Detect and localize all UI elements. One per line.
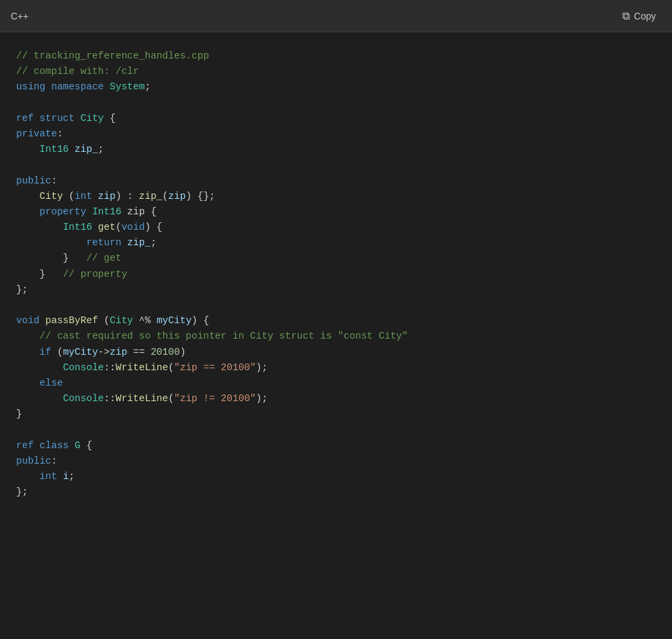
code-line: ref struct City { <box>16 111 656 126</box>
code-line: property Int16 zip { <box>16 204 656 220</box>
code-line: if (myCity->zip == 20100) <box>16 345 656 360</box>
code-line <box>16 95 656 111</box>
code-line: }; <box>16 282 656 298</box>
copy-icon: ⧉ <box>622 10 630 22</box>
code-line: // tracking_reference_handles.cpp <box>16 48 656 64</box>
code-line <box>16 157 656 173</box>
code-line: } <box>16 407 656 422</box>
code-line: Int16 get(void) { <box>16 220 656 235</box>
code-line: int i; <box>16 469 656 484</box>
code-line: public: <box>16 173 656 189</box>
code-line: ref class G { <box>16 438 656 454</box>
copy-label: Copy <box>634 11 656 22</box>
code-line: private: <box>16 126 656 142</box>
code-line: public: <box>16 454 656 469</box>
code-line: } // property <box>16 267 656 282</box>
code-line: else <box>16 376 656 391</box>
code-line <box>16 423 656 438</box>
code-line: Console::WriteLine("zip == 20100"); <box>16 360 656 376</box>
code-line <box>16 298 656 313</box>
code-line: // cast required so this pointer in City… <box>16 329 656 344</box>
code-line: Int16 zip_; <box>16 142 656 157</box>
code-block: // tracking_reference_handles.cpp // com… <box>0 32 672 516</box>
code-line: // compile with: /clr <box>16 64 656 79</box>
code-line: } // get <box>16 251 656 266</box>
code-line: }; <box>16 484 656 500</box>
code-line: using namespace System; <box>16 79 656 95</box>
language-label: C++ <box>11 11 28 22</box>
code-line: Console::WriteLine("zip != 20100"); <box>16 391 656 407</box>
copy-button[interactable]: ⧉ Copy <box>617 7 661 25</box>
code-line: return zip_; <box>16 235 656 251</box>
code-line: City (int zip) : zip_(zip) {}; <box>16 189 656 204</box>
code-line: void passByRef (City ^% myCity) { <box>16 313 656 329</box>
code-header: C++ ⧉ Copy <box>0 0 672 32</box>
